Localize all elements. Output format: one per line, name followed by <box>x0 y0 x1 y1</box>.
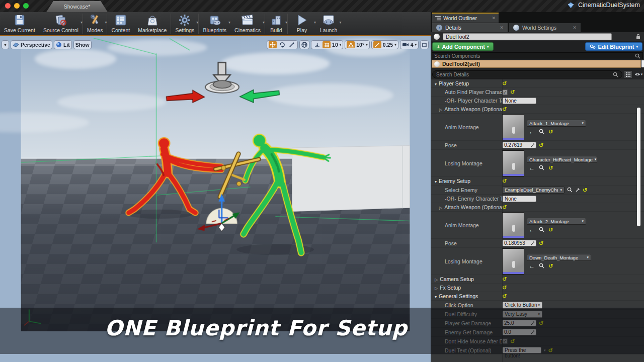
revert-icon[interactable]: ↺ <box>502 107 507 112</box>
revert-icon[interactable]: ↺ <box>502 205 507 210</box>
show-button[interactable]: Show <box>73 40 92 49</box>
revert-icon[interactable]: ↺ <box>502 294 507 299</box>
player-character-tag-field[interactable]: None <box>502 98 536 104</box>
row-enemy-attach-weapon[interactable]: ▷Attach Weapon (Optional) ↺ <box>431 203 644 212</box>
revert-icon[interactable]: ↺ <box>548 263 553 268</box>
lit-button[interactable]: Lit <box>54 40 72 49</box>
duel-difficulty-dropdown[interactable]: Very Easy▾ <box>502 311 542 318</box>
save-current-button[interactable]: Save Current <box>0 12 39 35</box>
revert-icon[interactable]: ↺ <box>548 227 553 232</box>
section-fx-setup[interactable]: ▷Fx Setup ↺ <box>431 284 644 292</box>
section-camera-setup[interactable]: ▷Camera Setup ↺ <box>431 275 644 284</box>
scale-snap-button[interactable] <box>373 41 381 48</box>
coordinate-system-button[interactable] <box>299 40 309 49</box>
revert-icon[interactable]: ↺ <box>539 241 543 246</box>
scale-tool-button[interactable] <box>288 41 296 48</box>
level-viewport[interactable]: ▼ Perspective Lit Show <box>0 35 431 362</box>
revert-icon[interactable]: ↺ <box>502 277 507 282</box>
source-control-button[interactable]: Source Control ▾ <box>39 12 83 35</box>
section-general-settings[interactable]: ▾General Settings ↺ <box>431 292 644 301</box>
section-player-setup[interactable]: ▾Player Setup ↺ <box>431 79 644 88</box>
grid-snap-value[interactable]: 10 <box>332 42 338 48</box>
enemy-pose-field[interactable]: 0.180953 <box>502 240 536 246</box>
components-scrollbar[interactable] <box>641 60 644 67</box>
rotation-snap-button[interactable] <box>347 41 355 48</box>
tab-world-outliner[interactable]: World Outliner ✕ <box>432 13 499 23</box>
click-option-dropdown[interactable]: Click to Button▾ <box>502 302 542 309</box>
details-scrollbar[interactable] <box>637 108 640 226</box>
close-icon[interactable]: ✕ <box>573 25 577 30</box>
play-button[interactable]: Play ▾ <box>288 12 316 35</box>
camera-speed-value[interactable]: 4 <box>411 42 414 48</box>
minimize-window-icon[interactable] <box>14 3 20 9</box>
surface-snap-button[interactable] <box>313 41 321 48</box>
edit-blueprint-button[interactable]: Edit Blueprint ▾ <box>585 42 642 51</box>
tab-details[interactable]: i Details ✕ <box>432 23 508 32</box>
search-asset-icon[interactable] <box>539 165 544 170</box>
search-details-input[interactable]: Search Details <box>432 70 622 78</box>
enemy-character-tag-field[interactable]: None <box>502 196 536 202</box>
search-components-input[interactable]: Search Components <box>432 52 643 59</box>
marketplace-button[interactable]: Marketplace <box>134 12 171 35</box>
maximize-window-icon[interactable] <box>23 3 29 9</box>
close-icon[interactable]: ✕ <box>492 16 496 21</box>
player-get-damage-field[interactable]: 25.0 <box>502 320 536 326</box>
revert-icon[interactable]: ↺ <box>539 321 543 326</box>
anim-montage-thumbnail[interactable] <box>502 212 524 238</box>
cinematics-button[interactable]: Cinematics ▾ <box>230 12 265 35</box>
revert-icon[interactable]: ↺ <box>502 81 507 86</box>
lock-icon[interactable] <box>635 34 641 40</box>
grid-snap-button[interactable] <box>323 41 331 48</box>
revert-icon[interactable]: ↺ <box>510 89 515 95</box>
player-pose-field[interactable]: 0.27619 <box>502 142 536 148</box>
revert-icon[interactable]: ↺ <box>539 143 543 148</box>
component-tree-row-root[interactable]: DuelTool2(self) <box>432 60 641 68</box>
viewport-options-button[interactable]: ▼ <box>2 40 9 49</box>
revert-icon[interactable]: ↺ <box>548 165 553 170</box>
actor-name-input[interactable]: DuelTool2 <box>443 33 612 40</box>
section-enemy-setup[interactable]: ▾Enemy Setup ↺ <box>431 177 644 186</box>
perspective-button[interactable]: Perspective <box>11 40 52 49</box>
revert-icon[interactable]: ↺ <box>510 339 515 344</box>
search-asset-icon[interactable] <box>567 187 573 193</box>
content-button[interactable]: Content <box>107 12 134 35</box>
build-button[interactable]: Build ▾ <box>265 12 287 35</box>
browse-to-asset-icon[interactable]: ← <box>529 165 535 170</box>
enemy-anim-montage-dropdown[interactable]: Attack_2_Montage▾ <box>527 218 586 225</box>
auto-find-player-checkbox[interactable]: ✓ <box>502 89 508 95</box>
browse-to-asset-icon[interactable]: ← <box>529 129 535 134</box>
close-window-icon[interactable] <box>5 3 11 9</box>
search-asset-icon[interactable] <box>539 129 544 134</box>
search-asset-icon[interactable] <box>539 263 544 268</box>
enemy-get-damage-field[interactable]: 0.0 <box>502 329 536 335</box>
anim-montage-thumbnail[interactable] <box>502 114 524 140</box>
eyedropper-icon[interactable] <box>575 187 580 193</box>
duel-text-field[interactable]: Press the button! <box>502 347 541 353</box>
enemy-losing-montage-dropdown[interactable]: Down_Death_Montage▾ <box>527 254 591 261</box>
losing-montage-thumbnail[interactable] <box>502 150 524 176</box>
settings-button[interactable]: Settings ▾ <box>171 12 198 35</box>
select-enemy-dropdown[interactable]: ExampleDuel_EnemyCharacter2▾ <box>502 187 565 194</box>
revert-icon[interactable]: ↺ <box>548 129 553 134</box>
revert-icon[interactable]: ↺ <box>502 285 507 290</box>
camera-speed-group[interactable]: 4 ▾ <box>400 40 419 49</box>
revert-icon[interactable]: ↺ <box>502 178 507 184</box>
rotate-tool-button[interactable] <box>278 41 286 48</box>
scale-snap-value[interactable]: 0.25 <box>383 42 393 48</box>
browse-to-asset-icon[interactable]: ← <box>529 227 535 232</box>
modes-button[interactable]: Modes ▾ <box>83 12 107 35</box>
launch-button[interactable]: Launch ▾ <box>316 12 341 35</box>
dont-hide-mouse-checkbox[interactable]: ✓ <box>502 338 508 344</box>
revert-icon[interactable]: ↺ <box>583 188 587 193</box>
add-component-button[interactable]: + Add Component ▾ <box>432 42 494 51</box>
rotation-snap-value[interactable]: 10° <box>356 42 364 48</box>
losing-montage-thumbnail[interactable] <box>502 248 524 275</box>
blueprints-button[interactable]: Blueprints ▾ <box>199 12 230 35</box>
player-anim-montage-dropdown[interactable]: Attack_1_Montage▾ <box>527 120 586 127</box>
details-visibility-filter-button[interactable]: ▾ <box>633 70 643 78</box>
player-losing-montage-dropdown[interactable]: Character_HitReact_Montage▾ <box>527 156 597 163</box>
move-tool-button[interactable] <box>269 41 277 48</box>
details-view-options-button[interactable] <box>624 70 632 78</box>
close-icon[interactable]: ✕ <box>500 25 504 30</box>
search-asset-icon[interactable] <box>539 227 544 232</box>
